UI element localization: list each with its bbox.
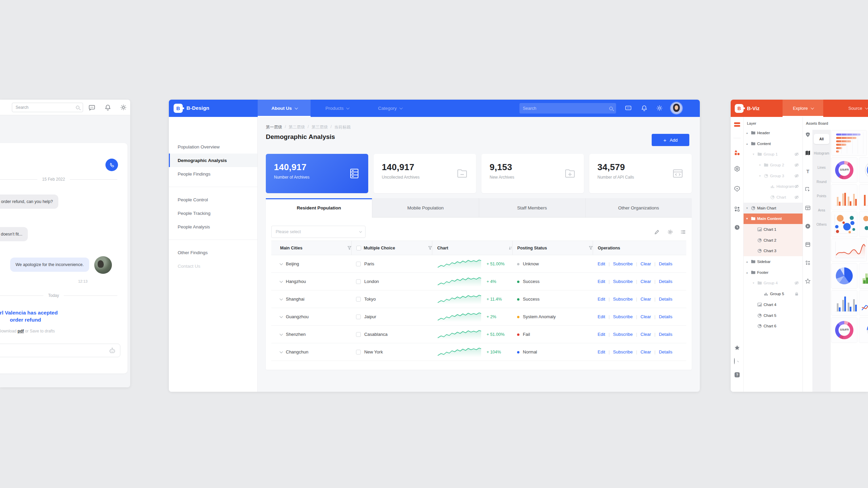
caret-icon[interactable] (746, 217, 751, 220)
sidebar-item[interactable]: Population Overview (169, 140, 257, 154)
gear-icon[interactable] (656, 105, 663, 111)
chevron-down-icon[interactable] (280, 314, 283, 318)
layer-state-icon[interactable] (794, 270, 799, 274)
tree-row[interactable]: Group 2 (744, 160, 803, 170)
category-item[interactable]: Others (812, 217, 831, 231)
tree-row[interactable]: Group 1 (744, 149, 803, 160)
checkbox[interactable] (356, 332, 361, 337)
chevron-down-icon[interactable] (280, 297, 283, 300)
layer-state-icon[interactable] (794, 303, 799, 307)
asset-card-horizontal-bars[interactable] (831, 130, 867, 156)
nav-item[interactable]: Source (837, 100, 868, 117)
clear-link[interactable]: Clear (640, 261, 651, 266)
asset-card-bubbles[interactable] (831, 212, 857, 237)
breadcrumb-item[interactable]: 第二层级 (289, 124, 305, 130)
category-item[interactable]: Points (812, 189, 831, 203)
chevron-down-icon[interactable] (280, 350, 283, 353)
play-icon[interactable] (805, 223, 811, 229)
asset-card-gray-blue-bars[interactable] (831, 290, 857, 316)
sidebar-item[interactable]: People Findings (169, 167, 257, 181)
asset-card-radial[interactable] (859, 158, 868, 183)
layer-state-icon[interactable] (794, 324, 799, 328)
edit-icon[interactable] (654, 229, 660, 235)
subscribe-link[interactable]: Subscribe (613, 314, 633, 319)
asset-card-line[interactable] (859, 290, 868, 316)
layer-state-icon[interactable] (794, 238, 799, 242)
category-item[interactable]: Area (812, 203, 831, 217)
stat-card[interactable]: 140,917 Number of Archives (266, 154, 368, 193)
add-button[interactable]: Add (652, 134, 689, 146)
checkbox[interactable] (356, 246, 361, 250)
pdf-link[interactable]: pdf (18, 329, 24, 333)
layer-state-icon[interactable] (794, 292, 799, 296)
details-link[interactable]: Details (659, 297, 672, 302)
clear-link[interactable]: Clear (640, 314, 651, 319)
checkbox[interactable] (356, 314, 361, 319)
category-item[interactable]: Round (812, 175, 831, 189)
edit-link[interactable]: Edit (598, 332, 605, 337)
sort-icon[interactable] (509, 246, 512, 250)
breadcrumb-item[interactable]: 第三层级 (312, 124, 328, 130)
details-link[interactable]: Details (659, 332, 672, 337)
tree-row[interactable]: Group 3 (744, 170, 803, 181)
sidebar-item[interactable]: People Control (169, 193, 257, 206)
category-item[interactable]: Histogram (812, 146, 831, 160)
asset-card-mini-pies[interactable] (859, 212, 868, 237)
caret-icon[interactable] (746, 131, 751, 135)
nav-item[interactable]: About Us (258, 100, 311, 117)
sidebar-item[interactable]: Other Findings (169, 246, 257, 259)
checkbox[interactable] (356, 350, 361, 354)
caret-icon[interactable] (759, 163, 764, 167)
layer-state-icon[interactable] (794, 174, 799, 178)
tree-row[interactable]: Sidebar (744, 256, 803, 267)
caret-icon[interactable] (746, 271, 751, 274)
subscribe-link[interactable]: Subscribe (613, 349, 633, 354)
subscribe-link[interactable]: Subscribe (613, 332, 633, 337)
layer-state-icon[interactable] (794, 142, 799, 146)
caret-icon[interactable] (759, 174, 764, 178)
breadcrumb-item[interactable]: 第一层级 (266, 124, 282, 130)
chevron-down-icon[interactable] (280, 262, 283, 265)
tree-row[interactable]: Chart 6 (744, 321, 803, 331)
layer-state-icon[interactable] (794, 163, 799, 167)
bdesign-logo[interactable]: B (174, 104, 183, 113)
nav-item[interactable]: Explore (783, 100, 823, 117)
subscribe-link[interactable]: Subscribe (613, 279, 633, 284)
clear-link[interactable]: Clear (640, 297, 651, 302)
tab[interactable]: Resident Population (266, 198, 372, 218)
tree-row[interactable]: Histogram (744, 181, 803, 192)
asset-card-histogram[interactable] (859, 263, 868, 288)
clock-icon[interactable] (734, 224, 740, 230)
layer-state-icon[interactable] (794, 131, 799, 135)
stat-card[interactable]: 9,153 New Archives (481, 154, 584, 193)
star-icon[interactable] (734, 345, 740, 351)
message-input[interactable] (0, 344, 120, 357)
gear-icon[interactable] (120, 104, 127, 111)
avatar[interactable] (671, 102, 682, 114)
star-icon[interactable] (805, 278, 811, 284)
caret-icon[interactable] (753, 281, 757, 285)
checkbox[interactable] (356, 262, 361, 266)
asset-card-pie[interactable] (831, 263, 857, 288)
tab[interactable]: Staff Members (479, 198, 585, 218)
tree-row[interactable]: Chart 5 (744, 310, 803, 321)
settings-icon[interactable] (667, 229, 673, 235)
notice-link[interactable]: Carl Valencia has acepted order refund (0, 309, 81, 323)
help-icon[interactable]: ? (734, 372, 740, 378)
layer-state-icon[interactable] (794, 281, 799, 285)
asset-card-donut[interactable]: 123,675 (831, 158, 857, 183)
clear-link[interactable]: Clear (640, 349, 651, 354)
checkbox[interactable] (356, 297, 361, 302)
filter-select[interactable]: Please select (271, 226, 366, 238)
tree-row[interactable]: Group 4 (744, 278, 803, 289)
layer-state-icon[interactable] (794, 313, 799, 318)
edit-link[interactable]: Edit (598, 279, 605, 284)
components-icon[interactable] (734, 206, 740, 212)
badge-icon[interactable] (805, 132, 811, 138)
table-tool-icon[interactable] (805, 205, 811, 211)
database-icon[interactable] (805, 242, 811, 247)
tab[interactable]: Other Organizations (585, 198, 692, 218)
chevron-down-icon[interactable] (280, 279, 283, 283)
sidebar-item[interactable]: Contact Us (169, 259, 257, 273)
bell-icon[interactable] (104, 104, 111, 111)
